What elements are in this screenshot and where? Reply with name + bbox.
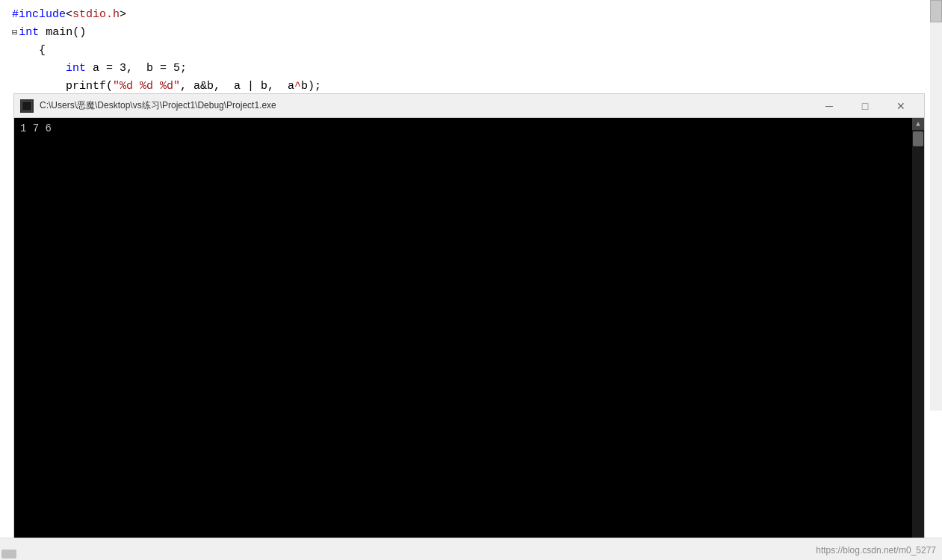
terminal-title: C:\Users\恶魔\Desktop\vs练习\Project1\Debug\… xyxy=(40,99,812,112)
include-header: stdio.h xyxy=(72,6,120,24)
watermark: https://blog.csdn.net/m0_5277 xyxy=(816,545,936,556)
editor-scroll-thumb[interactable] xyxy=(930,0,942,22)
int-keyword-2: int xyxy=(66,60,86,78)
terminal-output: 1 7 6 xyxy=(14,118,924,139)
terminal-app-icon xyxy=(20,99,34,113)
terminal-titlebar: C:\Users\恶魔\Desktop\vs练习\Project1\Debug\… xyxy=(14,94,924,118)
terminal-window: C:\Users\恶魔\Desktop\vs练习\Project1\Debug\… xyxy=(13,93,925,541)
code-line-2: ⊟int main() xyxy=(12,24,930,42)
h-scroll-thumb[interactable] xyxy=(1,550,16,559)
minimize-button[interactable]: ─ xyxy=(812,94,846,118)
close-button[interactable]: ✕ xyxy=(884,94,918,118)
code-line-4: int a = 3, b = 5; xyxy=(12,60,930,78)
scroll-thumb[interactable] xyxy=(913,131,923,146)
code-line-3: { xyxy=(12,42,930,60)
editor-scrollbar[interactable] xyxy=(930,0,942,411)
scroll-up-button[interactable]: ▲ xyxy=(912,118,924,130)
code-editor: #include<stdio.h> ⊟int main() { int a = … xyxy=(0,0,942,93)
horizontal-scrollbar[interactable] xyxy=(0,548,942,560)
include-keyword: #include xyxy=(12,6,66,24)
terminal-body: 1 7 6 ▲ xyxy=(14,118,924,541)
int-keyword: int xyxy=(19,24,39,42)
terminal-scrollbar[interactable]: ▲ xyxy=(912,118,924,541)
collapse-icon[interactable]: ⊟ xyxy=(12,24,17,42)
maximize-button[interactable]: □ xyxy=(848,94,882,118)
bottom-area xyxy=(0,538,942,560)
output-text: 1 7 6 xyxy=(20,122,52,134)
code-line-1: #include<stdio.h> xyxy=(12,6,930,24)
terminal-controls: ─ □ ✕ xyxy=(812,94,918,118)
